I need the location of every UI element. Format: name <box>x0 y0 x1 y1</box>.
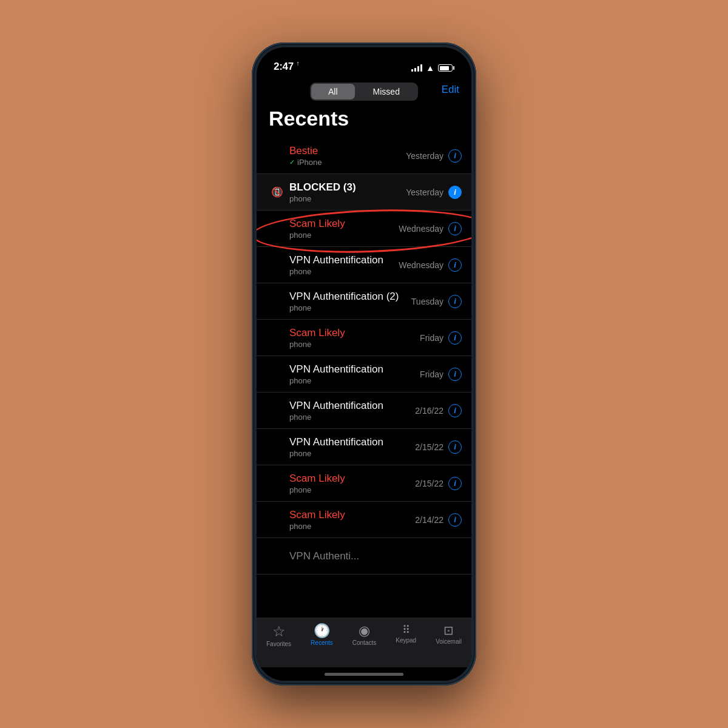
call-right: 2/15/22 i <box>415 440 462 454</box>
call-right: Wednesday i <box>399 258 462 272</box>
list-item[interactable]: VPN Authenti... <box>257 538 471 575</box>
call-info: VPN Authentification phone <box>289 363 420 385</box>
call-date: Friday <box>420 369 443 379</box>
list-item[interactable]: Scam Likely phone 2/14/22 i <box>257 502 471 538</box>
tab-missed[interactable]: Missed <box>356 84 417 99</box>
call-right: Yesterday i <box>406 186 462 199</box>
tab-voicemail[interactable]: ⊡ Voicemail <box>436 624 462 645</box>
call-date: Wednesday <box>399 260 443 270</box>
call-date: 2/15/22 <box>415 479 443 488</box>
favorites-icon: ☆ <box>272 624 286 639</box>
call-info: BLOCKED (3) phone <box>289 181 406 203</box>
info-button[interactable]: i <box>448 149 462 163</box>
caller-sub: phone <box>289 376 420 385</box>
tab-contacts-label: Contacts <box>352 639 376 646</box>
call-right: Tuesday i <box>411 295 462 308</box>
status-time: 2:47 ↑ <box>274 59 299 73</box>
info-button[interactable]: i <box>448 222 462 235</box>
contacts-icon: ◉ <box>359 624 370 638</box>
list-item[interactable]: Scam Likely phone 2/15/22 i <box>257 465 471 502</box>
caller-name: VPN Authentification (2) <box>289 291 411 303</box>
caller-sub: phone <box>289 303 411 312</box>
edit-button[interactable]: Edit <box>442 84 459 96</box>
info-button[interactable]: i <box>448 513 462 527</box>
caller-name: VPN Authentification <box>289 436 415 448</box>
list-item[interactable]: VPN Authentification phone Wednesday i <box>257 247 471 283</box>
keypad-icon: ⠿ <box>402 624 410 635</box>
call-right: 2/16/22 i <box>415 404 462 417</box>
caller-name: Bestie <box>289 145 406 157</box>
caller-name: VPN Authentification <box>289 254 399 266</box>
list-item[interactable]: Bestie ✓ iPhone Yesterday i <box>257 138 471 174</box>
caller-name: Scam Likely <box>289 218 399 230</box>
caller-sub: phone <box>289 449 415 458</box>
call-info: VPN Authentification phone <box>289 254 399 276</box>
info-button[interactable]: i <box>448 186 462 199</box>
call-info: Scam Likely phone <box>289 327 420 349</box>
caller-sub: phone <box>289 485 415 494</box>
call-info: Scam Likely phone <box>289 218 399 240</box>
list-item[interactable]: VPN Authentification phone Friday i <box>257 356 471 393</box>
caller-sub: phone <box>289 267 399 276</box>
segment-row: All Missed Edit <box>257 78 471 102</box>
info-button[interactable]: i <box>448 368 462 381</box>
call-right: Friday i <box>420 331 462 345</box>
tab-all[interactable]: All <box>311 84 355 99</box>
tab-keypad[interactable]: ⠿ Keypad <box>396 624 416 644</box>
call-right: 2/14/22 i <box>415 513 462 527</box>
caller-name: VPN Authenti... <box>289 550 462 562</box>
tab-favorites[interactable]: ☆ Favorites <box>266 624 291 647</box>
call-info: VPN Authentification phone <box>289 436 415 458</box>
call-date: Tuesday <box>411 297 443 306</box>
caller-name: VPN Authentification <box>289 400 415 412</box>
info-button[interactable]: i <box>448 477 462 490</box>
tab-recents-label: Recents <box>311 639 333 646</box>
call-right: Friday i <box>420 368 462 381</box>
wifi-icon: ▲ <box>426 63 434 73</box>
home-indicator <box>257 667 471 681</box>
tab-recents[interactable]: 🕐 Recents <box>311 624 333 646</box>
caller-sub: phone <box>289 522 415 531</box>
tab-contacts[interactable]: ◉ Contacts <box>352 624 376 646</box>
list-item[interactable]: VPN Authentification (2) phone Tuesday i <box>257 283 471 320</box>
notch <box>315 47 413 68</box>
info-button[interactable]: i <box>448 295 462 308</box>
list-item[interactable]: VPN Authentification phone 2/15/22 i <box>257 429 471 465</box>
caller-sub: ✓ iPhone <box>289 158 406 167</box>
checkmark-icon: ✓ <box>289 158 295 166</box>
signal-icon <box>411 64 422 72</box>
caller-name: Scam Likely <box>289 473 415 485</box>
info-button[interactable]: i <box>448 331 462 345</box>
info-button[interactable]: i <box>448 440 462 454</box>
call-info: Scam Likely phone <box>289 473 415 494</box>
list-item[interactable]: Scam Likely phone Wednesday i <box>257 211 471 247</box>
call-date: Yesterday <box>406 187 443 197</box>
tab-keypad-label: Keypad <box>396 637 416 644</box>
list-item[interactable]: Scam Likely phone Friday i <box>257 320 471 356</box>
call-info: VPN Authentification (2) phone <box>289 291 411 312</box>
call-date: 2/14/22 <box>415 515 443 525</box>
call-info: VPN Authentification phone <box>289 400 415 422</box>
phone-screen: 2:47 ↑ ▲ All Missed <box>257 47 471 681</box>
caller-name: Scam Likely <box>289 327 420 339</box>
blocked-icon-area: 📵 <box>269 186 286 198</box>
call-info: Bestie ✓ iPhone <box>289 145 406 167</box>
caller-name: VPN Authentification <box>289 363 420 376</box>
call-info: Scam Likely phone <box>289 509 415 531</box>
location-arrow-icon: ↑ <box>296 59 299 67</box>
caller-name: Scam Likely <box>289 509 415 521</box>
blocked-phone-icon: 📵 <box>271 186 283 198</box>
voicemail-icon: ⊡ <box>443 624 454 636</box>
caller-sub: phone <box>289 194 406 203</box>
phone-device: 2:47 ↑ ▲ All Missed <box>252 42 476 686</box>
info-button[interactable]: i <box>448 258 462 272</box>
info-button[interactable]: i <box>448 404 462 417</box>
caller-sub: phone <box>289 340 420 349</box>
call-date: Wednesday <box>399 224 443 234</box>
tab-voicemail-label: Voicemail <box>436 638 462 645</box>
battery-icon <box>438 64 454 72</box>
list-item[interactable]: 📵 BLOCKED (3) phone Yesterday i <box>257 174 471 211</box>
call-list: Bestie ✓ iPhone Yesterday i 📵 BLOCKED <box>257 138 471 618</box>
call-right: Yesterday i <box>406 149 462 163</box>
list-item[interactable]: VPN Authentification phone 2/16/22 i <box>257 393 471 429</box>
